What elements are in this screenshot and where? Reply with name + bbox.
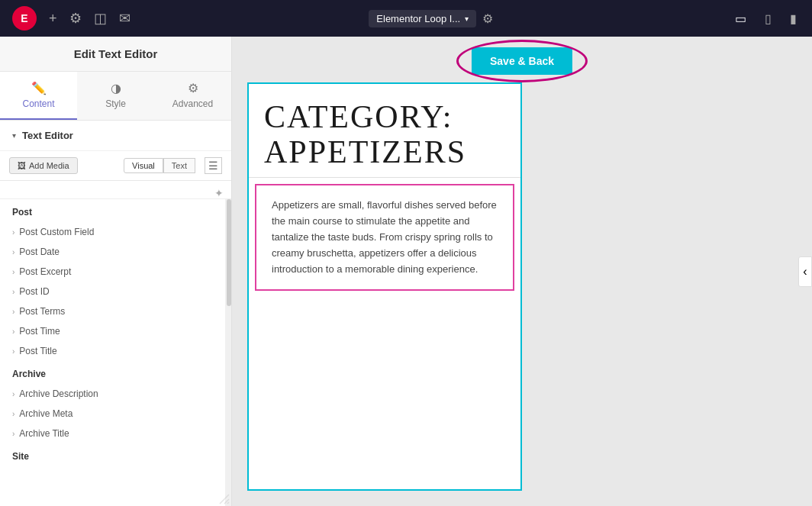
add-media-button[interactable]: 🖼 Add Media [9,157,78,174]
save-back-button[interactable]: Save & Back [472,47,572,75]
section-title: Text Editor [22,130,73,141]
panel-collapse-button[interactable]: ‹ [798,256,812,287]
collapse-chevron-icon: ‹ [803,265,807,279]
mobile-view-icon[interactable]: ▮ [787,8,800,29]
desktop-view-icon[interactable]: ▭ [732,8,749,29]
resize-handle[interactable] [219,494,230,504]
add-element-icon[interactable]: + [49,11,57,27]
dynamic-item-archive-description[interactable]: › Archive Description [0,384,231,404]
tablet-view-icon[interactable]: ▯ [762,8,775,29]
editor-toolbar: 🖼 Add Media Visual Text ☰ [0,151,231,181]
dynamic-item-post-time[interactable]: › Post Time [0,321,231,341]
dynamic-item-archive-meta[interactable]: › Archive Meta [0,404,231,424]
style-tab-icon: ◑ [111,81,121,95]
visual-text-switcher: Visual Text [124,158,195,173]
dynamic-tags-icon[interactable]: ✦ [214,187,224,199]
dynamic-item-post-date[interactable]: › Post Date [0,242,231,262]
article-title-area: CATEGORY: APPETIZERS [249,84,520,178]
elementor-logo[interactable]: E [12,6,37,31]
scrollbar[interactable] [225,199,231,506]
content-tab-label: Content [22,98,54,109]
text-editor-section[interactable]: ▾ Text Editor [0,121,231,151]
canvas-area: Save & Back ‹ CATEGORY: APPETIZERS Appet… [232,37,812,506]
section-expand-icon: ▾ [12,131,16,140]
topbar-right: ▭ ▯ ▮ [732,8,800,29]
dynamic-item-post-id[interactable]: › Post ID [0,282,231,301]
save-back-container: Save & Back [472,47,572,75]
dynamic-tags-list: Post › Post Custom Field › Post Date › P… [0,199,231,506]
controls-icon[interactable]: ⚙ [69,10,82,27]
left-panel: Edit Text Editor ✏️ Content ◑ Style ⚙ Ad… [0,37,232,506]
settings-icon[interactable]: ⚙ [482,11,493,26]
panel-title: Edit Text Editor [15,47,216,60]
content-tab-icon: ✏️ [31,81,47,95]
back-arrow-icon: Save & Back [490,55,554,67]
dynamic-item-post-excerpt[interactable]: › Post Excerpt [0,262,231,282]
dynamic-item-post-custom-field[interactable]: › Post Custom Field [0,222,231,242]
main-container: Edit Text Editor ✏️ Content ◑ Style ⚙ Ad… [0,37,812,506]
tab-style[interactable]: ◑ Style [77,72,154,120]
article-card: CATEGORY: APPETIZERS Appetizers are smal… [247,82,522,491]
advanced-tab-icon: ⚙ [188,81,198,95]
scrollbar-thumb [227,199,231,306]
section-label-archive: Archive [0,361,231,384]
topbar-center: Elementor Loop I... ▾ ⚙ [369,10,493,27]
page-title-text: Elementor Loop I... [376,13,460,24]
article-description: Appetizers are small, flavorful dishes s… [255,184,514,291]
section-label-post: Post [0,199,231,222]
format-icon[interactable]: ☰ [205,157,222,174]
dynamic-item-archive-title[interactable]: › Archive Title [0,424,231,443]
canvas-content: CATEGORY: APPETIZERS Appetizers are smal… [232,37,812,506]
topbar-left: E + ⚙ ◫ ✉ [12,6,130,31]
visual-tab[interactable]: Visual [124,158,163,173]
advanced-tab-label: Advanced [172,98,213,109]
text-tab[interactable]: Text [163,158,195,173]
dynamic-tags-panel: Post › Post Custom Field › Post Date › P… [0,199,231,506]
dropdown-arrow: ▾ [465,15,469,23]
dynamic-item-post-terms[interactable]: › Post Terms [0,301,231,321]
panel-header: Edit Text Editor [0,37,231,72]
topbar: E + ⚙ ◫ ✉ Elementor Loop I... ▾ ⚙ ▭ ▯ ▮ [0,0,812,37]
tab-advanced[interactable]: ⚙ Advanced [154,72,231,120]
notes-icon[interactable]: ✉ [119,10,130,27]
section-label-site: Site [0,443,231,466]
dynamic-item-post-title[interactable]: › Post Title [0,341,231,361]
layers-icon[interactable]: ◫ [94,10,107,27]
article-description-text: Appetizers are small, flavorful dishes s… [272,198,498,277]
add-media-icon: 🖼 [18,161,26,170]
panel-tabs: ✏️ Content ◑ Style ⚙ Advanced [0,72,231,121]
style-tab-label: Style [105,98,126,109]
article-title: CATEGORY: APPETIZERS [264,99,505,169]
tab-content[interactable]: ✏️ Content [0,72,77,120]
page-title-selector[interactable]: Elementor Loop I... ▾ [369,10,476,27]
